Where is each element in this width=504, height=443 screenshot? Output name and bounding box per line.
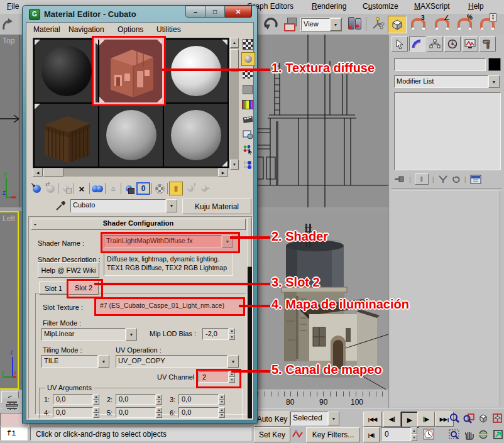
current-frame-field[interactable]: 0 ▲▼ bbox=[381, 427, 417, 441]
uv-arg-spinner[interactable]: ▲▼ bbox=[156, 407, 162, 418]
uv-arg-spinner[interactable]: ▲▼ bbox=[156, 394, 162, 405]
pan-button[interactable] bbox=[462, 427, 476, 442]
zoom-extents-all-button[interactable] bbox=[491, 410, 504, 425]
mip-lod-bias-field[interactable]: -2,0 ▲▼ bbox=[202, 328, 235, 340]
make-preview-icon[interactable] bbox=[241, 113, 254, 126]
coord-system-dropdown[interactable]: View ▼ bbox=[300, 18, 342, 31]
go-forward-to-sibling-icon[interactable]: → bbox=[198, 182, 211, 195]
time-configuration-button[interactable] bbox=[421, 427, 436, 441]
show-map-in-viewport-icon[interactable] bbox=[153, 182, 166, 195]
get-material-icon[interactable]: ↘ bbox=[30, 182, 43, 195]
object-name-field[interactable] bbox=[394, 58, 486, 71]
maximize-button[interactable]: □ bbox=[205, 6, 225, 18]
assign-material-to-selection-icon[interactable] bbox=[60, 182, 72, 195]
title-bar[interactable]: G Material Editor - Cubato – □ × bbox=[23, 6, 257, 22]
uv-arg-spinner[interactable]: ▲▼ bbox=[219, 407, 225, 418]
modifier-list-dropdown[interactable]: Modifier List ▼ bbox=[394, 75, 500, 88]
uv-arg-field-4[interactable]: 0,0▲▼ bbox=[53, 407, 99, 418]
tab-utilities[interactable] bbox=[479, 36, 496, 52]
chevron-down-icon[interactable]: ▼ bbox=[328, 412, 339, 425]
backlight-icon[interactable] bbox=[241, 52, 255, 66]
undo-icon[interactable] bbox=[1, 17, 18, 32]
chevron-down-icon[interactable]: ▼ bbox=[126, 328, 137, 341]
me-menu-material[interactable]: Material bbox=[28, 23, 66, 36]
modifier-stack-list[interactable] bbox=[394, 92, 501, 170]
new-key-filter-icon[interactable] bbox=[292, 429, 304, 440]
object-color-swatch[interactable] bbox=[488, 58, 501, 71]
hscroll-thumb[interactable] bbox=[43, 168, 63, 177]
put-to-library-icon[interactable] bbox=[123, 182, 135, 195]
pick-material-eyedropper-icon[interactable] bbox=[55, 200, 67, 211]
material-type-button[interactable]: Kuju Material bbox=[182, 199, 251, 214]
select-rotate-icon[interactable] bbox=[263, 16, 279, 33]
scroll-up-icon[interactable]: ▲ bbox=[230, 38, 239, 48]
key-filters-button[interactable]: Key Filters... bbox=[306, 427, 360, 442]
snaps-toggle-button[interactable] bbox=[388, 16, 407, 33]
snap-3d-icon[interactable]: 3 bbox=[411, 18, 425, 29]
uv-arg-field-5[interactable]: 0,0▲▼ bbox=[116, 407, 162, 418]
menu-rendering[interactable]: Rendering bbox=[306, 0, 352, 13]
tab-modify[interactable] bbox=[409, 36, 425, 52]
configure-modifier-sets-icon[interactable] bbox=[470, 175, 481, 184]
params-scrollbar[interactable] bbox=[248, 217, 252, 418]
menu-customize[interactable]: Customize bbox=[357, 0, 404, 13]
sample-uv-tiling-icon[interactable] bbox=[241, 83, 254, 96]
zoom-extents-button[interactable] bbox=[476, 410, 490, 425]
tab-display[interactable] bbox=[462, 36, 478, 52]
uv-arg-field-2[interactable]: 0,0▲▼ bbox=[116, 394, 162, 405]
play-button[interactable]: ▶ bbox=[401, 412, 419, 428]
scroll-right-icon[interactable]: ▶ bbox=[218, 168, 228, 177]
material-name-dropdown[interactable]: Cubato ▼ bbox=[70, 199, 177, 212]
sample-slot-4[interactable] bbox=[35, 104, 98, 167]
spinner-snap-icon[interactable]: ▲▼ bbox=[480, 18, 495, 29]
menu-help[interactable]: Help bbox=[463, 0, 490, 13]
slots-hscrollbar[interactable]: ◀ ▶ bbox=[33, 168, 228, 177]
uv-arg-spinner[interactable]: ▲▼ bbox=[93, 394, 99, 405]
uv-arg-field-6[interactable]: 0,0▲▼ bbox=[178, 407, 225, 418]
make-unique-material-icon[interactable]: ⌂ bbox=[107, 182, 119, 195]
use-pivot-center-icon[interactable] bbox=[347, 17, 362, 31]
uv-arg-spinner[interactable]: ▲▼ bbox=[219, 394, 225, 405]
menu-file[interactable]: File bbox=[1, 0, 25, 13]
tab-create[interactable] bbox=[392, 36, 408, 52]
tab-motion[interactable] bbox=[444, 36, 461, 52]
material-map-navigator-icon[interactable] bbox=[241, 158, 254, 171]
uv-arg-field-1[interactable]: 0,0▲▼ bbox=[53, 394, 99, 405]
reset-map-icon[interactable]: × bbox=[75, 182, 88, 195]
pin-stack-icon[interactable] bbox=[394, 175, 405, 183]
me-menu-utilities[interactable]: Utilities bbox=[151, 23, 187, 36]
minimize-button[interactable]: – bbox=[185, 6, 205, 18]
make-material-copy-icon[interactable] bbox=[91, 182, 104, 195]
show-end-result-icon[interactable]: ‖ bbox=[169, 182, 183, 195]
scroll-down-icon[interactable]: ▼ bbox=[230, 160, 239, 170]
go-to-parent-icon[interactable]: ↑ bbox=[184, 182, 197, 195]
viewport-top[interactable]: Top yz bbox=[0, 35, 19, 207]
spin-down-icon[interactable]: ▼ bbox=[411, 434, 417, 441]
go-to-start-button[interactable]: |◀◀ bbox=[363, 412, 382, 427]
put-material-to-scene-icon[interactable]: ⇄ bbox=[44, 182, 57, 195]
tab-hierarchy[interactable] bbox=[427, 36, 443, 52]
scroll-left-icon[interactable]: ◀ bbox=[33, 168, 43, 177]
mip-lod-spinner[interactable]: ▲▼ bbox=[229, 328, 235, 340]
selected-filter-dropdown[interactable]: Selected ▼ bbox=[290, 412, 339, 425]
set-key-button[interactable]: Set Key bbox=[254, 427, 290, 442]
chevron-down-icon[interactable]: ▼ bbox=[98, 355, 109, 368]
zoom-region-button[interactable] bbox=[447, 427, 461, 442]
next-frame-button[interactable]: |▶ bbox=[417, 412, 435, 427]
chevron-down-icon[interactable]: ▼ bbox=[488, 75, 500, 88]
material-id-channel-icon[interactable]: 0 bbox=[136, 182, 150, 195]
angle-snap-icon[interactable]: ∠ bbox=[435, 18, 449, 29]
rollout-header-shader-configuration[interactable]: - Shader Configuration bbox=[31, 219, 246, 230]
uv-arg-spinner[interactable]: ▲▼ bbox=[93, 407, 99, 418]
show-end-result-stack-icon[interactable]: ‖ bbox=[415, 173, 429, 185]
params-scroll-thumb[interactable] bbox=[248, 217, 252, 267]
select-scale-icon[interactable] bbox=[284, 18, 297, 30]
track-bar[interactable]: 0 80 90 100 bbox=[251, 390, 388, 410]
slots-vscrollbar[interactable]: ▲ ▼ bbox=[230, 38, 239, 167]
chevron-down-icon[interactable]: ▼ bbox=[166, 199, 177, 212]
chevron-down-icon[interactable]: ▼ bbox=[227, 355, 239, 368]
sample-type-icon[interactable] bbox=[241, 38, 254, 50]
chevron-down-icon[interactable]: ▼ bbox=[330, 18, 341, 31]
remove-modifier-icon[interactable] bbox=[452, 175, 461, 183]
arc-rotate-button[interactable] bbox=[476, 427, 490, 442]
